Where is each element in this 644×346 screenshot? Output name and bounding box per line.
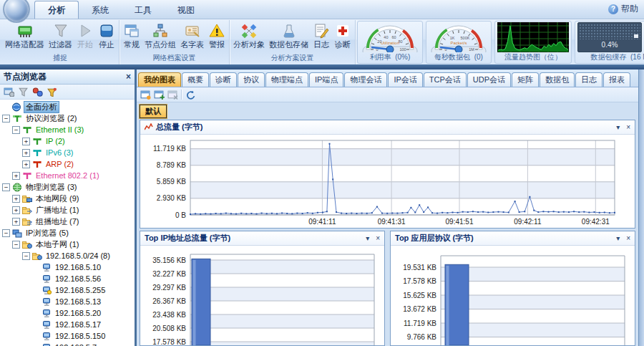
view-tab-协议[interactable]: 协议 [238, 72, 265, 87]
node-group-icon [152, 22, 169, 39]
content-area: 节点浏览器 × 全面分析−协议浏览器 (2)−Ethernet II (3)+I… [0, 69, 644, 346]
expand-node-icon[interactable]: + [12, 195, 20, 203]
packet-storage-button[interactable]: 数据包存储 [267, 21, 311, 50]
edit-chart-icon [140, 90, 151, 100]
expand-node-icon[interactable]: + [22, 138, 30, 145]
close-chart-icon[interactable]: × [626, 123, 630, 131]
view-tab-IP会话[interactable]: IP会话 [388, 72, 422, 87]
refresh-icon[interactable] [185, 90, 195, 100]
tree-item[interactable]: 192.168.5.150 [2, 330, 135, 342]
packet-balls-icon[interactable] [32, 87, 43, 97]
tee-icon [32, 137, 42, 146]
view-tab-诊断[interactable]: 诊断 [210, 72, 237, 87]
alarm-warning-button[interactable]: 警报 [206, 21, 228, 50]
stop-button[interactable]: 停止 [96, 21, 117, 50]
view-tab-UDP会话[interactable]: UDP会话 [467, 72, 511, 87]
general-settings-button[interactable]: 常规 [121, 21, 142, 50]
view-tab-物理会话[interactable]: 物理会话 [344, 72, 387, 87]
analysis-objects-button[interactable]: 分析对象 [231, 21, 267, 50]
expand-node-icon[interactable]: + [12, 206, 20, 214]
expand-node-icon[interactable]: + [22, 160, 30, 168]
tree-item[interactable]: −本地子网 (1) [2, 239, 135, 250]
default-dashboard-button[interactable]: 默认 [140, 105, 167, 118]
tree-item[interactable]: 192.168.5.56 [2, 273, 135, 284]
svg-text:32.227 KB: 32.227 KB [152, 270, 186, 278]
utilization-gauge: 020406080100Utilization利用率 (0%) [357, 21, 423, 64]
expand-node-icon[interactable]: + [22, 149, 30, 157]
host-icon [42, 343, 52, 346]
help-button[interactable]: ? 帮助 [608, 3, 638, 15]
adapter-settings-icon[interactable] [4, 87, 14, 97]
view-tab-strip: 我的图表概要诊断协议物理端点IP端点物理会话IP会话TCP会话UDP会话矩阵数据… [137, 69, 638, 87]
expand-node-icon[interactable]: + [12, 218, 20, 226]
view-tab-数据包[interactable]: 数据包 [540, 72, 575, 87]
svg-text:500K: 500K [461, 36, 470, 40]
close-panel-icon[interactable]: × [126, 72, 131, 82]
tree-item[interactable]: +广播地址 (1) [2, 204, 135, 216]
log-icon [313, 22, 330, 39]
svg-text:8.789 KB: 8.789 KB [157, 161, 186, 169]
full-analysis-icon [11, 102, 21, 112]
view-tab-概要[interactable]: 概要 [182, 72, 209, 87]
alarm-funnel-icon[interactable] [47, 87, 57, 97]
tree-item[interactable]: −IP浏览器 (5) [2, 227, 135, 239]
tree-item[interactable]: +ARP (2) [2, 158, 135, 170]
menu-tab-工具[interactable]: 工具 [122, 1, 165, 19]
diagnosis-button[interactable]: 诊断 [332, 21, 353, 50]
tree-item[interactable]: 192.168.5.10 [2, 261, 135, 273]
add-chart-icon[interactable] [154, 90, 165, 100]
svg-text:1K: 1K [450, 36, 455, 40]
view-tab-IP端点[interactable]: IP端点 [309, 72, 343, 87]
menu-tab-视图[interactable]: 视图 [165, 1, 208, 19]
display-filter-icon[interactable] [18, 87, 29, 97]
tree-item[interactable]: +本地网段 (9) [2, 193, 135, 204]
tree-item[interactable]: −协议浏览器 (2) [2, 112, 135, 124]
tree-item[interactable]: +组播地址 (7) [2, 216, 135, 227]
tree-item[interactable]: +IP (2) [2, 135, 135, 147]
menu-tab-系统[interactable]: 系统 [79, 1, 122, 19]
close-chart-icon[interactable]: × [376, 234, 380, 242]
remove-chart-icon[interactable] [167, 90, 178, 100]
network-adapter-button[interactable]: 网络适配器 [3, 21, 47, 50]
collapse-chart-icon[interactable]: ▾ [616, 234, 620, 242]
log-button[interactable]: 日志 [311, 21, 332, 50]
collapse-node-icon[interactable]: − [12, 241, 20, 249]
node-group-button[interactable]: 节点分组 [142, 21, 178, 50]
tree-item[interactable]: 192.168.5.17 [2, 319, 135, 330]
tree-item[interactable]: −物理浏览器 (3) [2, 181, 135, 193]
ribbon-groups: 网络适配器过滤器开始停止捕捉常规节点分组名字表警报网络档案设置分析对象数据包存储… [1, 20, 356, 64]
tree-item[interactable]: −192.168.5.0/24 (8) [2, 250, 135, 261]
collapse-chart-icon[interactable]: ▾ [366, 234, 369, 242]
edit-chart-icon[interactable] [140, 90, 151, 100]
collapse-node-icon[interactable]: − [2, 229, 10, 237]
collapse-node-icon[interactable]: − [22, 252, 30, 260]
menu-tab-分析[interactable]: 分析 [34, 1, 79, 19]
tree-item[interactable]: +IPv6 (3) [2, 147, 135, 158]
view-tab-报表[interactable]: 报表 [603, 72, 630, 87]
host-icon [42, 274, 52, 284]
collapse-node-icon[interactable]: − [12, 126, 20, 134]
view-tab-我的图表[interactable]: 我的图表 [138, 72, 181, 87]
tree-item[interactable]: 192.168.5.7 [2, 342, 135, 346]
tree-item[interactable]: 192.168.5.13 [2, 296, 135, 307]
view-tab-TCP会话[interactable]: TCP会话 [424, 72, 467, 87]
close-chart-icon[interactable]: × [626, 234, 630, 242]
collapse-node-icon[interactable]: − [2, 183, 10, 191]
tree-item[interactable]: −Ethernet II (3) [2, 124, 135, 135]
name-table-button[interactable]: 名字表 [178, 21, 206, 50]
tree-item[interactable]: 192.168.5.255 [2, 284, 135, 296]
right-panel-strip[interactable] [638, 69, 644, 346]
collapse-chart-icon[interactable]: ▾ [616, 123, 620, 131]
view-tab-日志[interactable]: 日志 [575, 72, 602, 87]
filter-funnel-button[interactable]: 过滤器 [47, 21, 74, 50]
expand-node-icon[interactable]: + [12, 172, 20, 180]
tree-item[interactable]: 全面分析 [2, 101, 135, 112]
ribbon-group-label: 分析方案设置 [231, 53, 353, 64]
view-tab-物理端点[interactable]: 物理端点 [265, 72, 308, 87]
collapse-node-icon[interactable]: − [2, 115, 10, 122]
view-tab-矩阵[interactable]: 矩阵 [512, 72, 539, 87]
ribbon-group-label: 捕捉 [3, 53, 117, 64]
remove-chart-icon [167, 90, 178, 100]
tree-item[interactable]: 192.168.5.20 [2, 307, 135, 319]
tree-item[interactable]: +Ethernet 802.2 (1) [2, 170, 135, 181]
